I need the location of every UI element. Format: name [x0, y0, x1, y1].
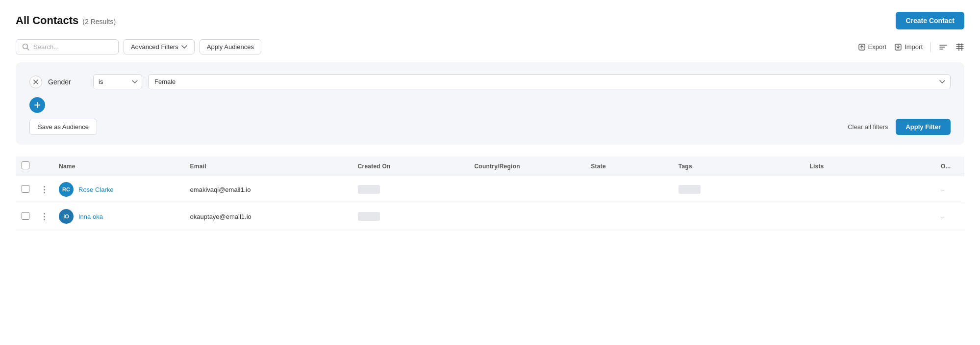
filter-operator-select[interactable]: is is not [93, 74, 142, 89]
row-other-cell: – [935, 176, 964, 203]
row-checkbox[interactable] [22, 185, 29, 193]
plus-icon [34, 102, 41, 108]
search-input[interactable] [33, 43, 112, 51]
advanced-filters-button[interactable]: Advanced Filters [124, 39, 195, 54]
blurred-created [358, 185, 380, 194]
export-button[interactable]: Export [858, 43, 887, 51]
page-title: All Contacts [16, 14, 78, 27]
filter-actions-right: Clear all filters Apply Filter [848, 119, 951, 135]
col-state-header: State [585, 157, 672, 176]
columns-icon-button[interactable] [955, 43, 964, 51]
toolbar-divider [930, 42, 931, 52]
row-lists-cell [804, 176, 935, 203]
avatar: RC [59, 182, 74, 197]
filter-row: Gender is is not Female Male Other [29, 74, 951, 89]
row-checkbox-cell [16, 176, 35, 203]
row-name-cell: IO Inna oka [53, 203, 184, 230]
row-country-cell [468, 176, 585, 203]
svg-line-1 [27, 49, 29, 51]
filter-field-label: Gender [48, 78, 87, 86]
row-menu-button[interactable] [41, 211, 47, 222]
row-country-cell [468, 203, 585, 230]
contact-name-cell: IO Inna oka [59, 209, 178, 224]
contact-name-link[interactable]: Rose Clarke [78, 186, 114, 193]
col-lists-header: Lists [804, 157, 935, 176]
contacts-tbody: RC Rose Clarke emakivaqi@email1.io – IO … [16, 176, 964, 230]
filter-value-select[interactable]: Female Male Other [148, 74, 951, 89]
page-header: All Contacts (2 Results) Create Contact [16, 12, 964, 29]
table-row: RC Rose Clarke emakivaqi@email1.io – [16, 176, 964, 203]
row-name-cell: RC Rose Clarke [53, 176, 184, 203]
row-checkbox[interactable] [22, 212, 29, 220]
row-tags-cell [673, 176, 804, 203]
apply-filter-button[interactable]: Apply Filter [896, 119, 951, 135]
close-icon [33, 80, 38, 84]
contact-name-cell: RC Rose Clarke [59, 182, 178, 197]
sort-icon-button[interactable] [939, 43, 948, 51]
toolbar: Advanced Filters Apply Audiences Export [16, 39, 964, 54]
contact-name-link[interactable]: Inna oka [78, 213, 103, 220]
avatar: IO [59, 209, 74, 224]
table-row: IO Inna oka okauptaye@email1.io – [16, 203, 964, 230]
import-icon [894, 43, 902, 51]
row-actions-cell [35, 203, 53, 230]
result-count: (2 Results) [82, 18, 116, 26]
import-button[interactable]: Import [894, 43, 923, 51]
sort-icon [939, 43, 948, 51]
row-other-cell: – [935, 203, 964, 230]
search-icon [22, 43, 29, 51]
export-icon [858, 43, 866, 51]
row-state-cell [585, 176, 672, 203]
row-checkbox-cell [16, 203, 35, 230]
add-filter-button[interactable] [29, 97, 45, 113]
col-other-header: O... [935, 157, 964, 176]
select-all-checkbox[interactable] [22, 161, 29, 169]
filter-actions: Save as Audience Clear all filters Apply… [29, 119, 951, 135]
col-tags-header: Tags [673, 157, 804, 176]
col-created-header: Created On [352, 157, 469, 176]
toolbar-right: Export Import [858, 42, 964, 52]
row-email-cell: okauptaye@email1.io [184, 203, 352, 230]
blurred-tags [678, 185, 701, 194]
table-header: Name Email Created On Country/Region Sta… [16, 157, 964, 176]
row-tags-cell [673, 203, 804, 230]
chevron-down-icon [181, 45, 187, 49]
save-as-audience-button[interactable]: Save as Audience [29, 119, 97, 135]
row-created-cell [352, 203, 469, 230]
row-actions-cell [35, 176, 53, 203]
select-all-header [16, 157, 35, 176]
apply-audiences-button[interactable]: Apply Audiences [200, 39, 261, 54]
create-contact-button[interactable]: Create Contact [896, 12, 964, 29]
blurred-created [358, 212, 380, 221]
row-lists-cell [804, 203, 935, 230]
clear-all-filters-button[interactable]: Clear all filters [848, 123, 888, 131]
row-menu-button[interactable] [41, 184, 47, 195]
columns-icon [955, 43, 964, 51]
row-email-cell: emakivaqi@email1.io [184, 176, 352, 203]
row-state-cell [585, 203, 672, 230]
page-title-group: All Contacts (2 Results) [16, 14, 116, 27]
remove-filter-button[interactable] [29, 76, 42, 88]
contacts-table: Name Email Created On Country/Region Sta… [16, 157, 964, 230]
col-country-header: Country/Region [468, 157, 585, 176]
filter-panel: Gender is is not Female Male Other Save … [16, 62, 964, 145]
col-name-header: Name [53, 157, 184, 176]
search-wrap [16, 39, 119, 54]
row-created-cell [352, 176, 469, 203]
col-email-header: Email [184, 157, 352, 176]
